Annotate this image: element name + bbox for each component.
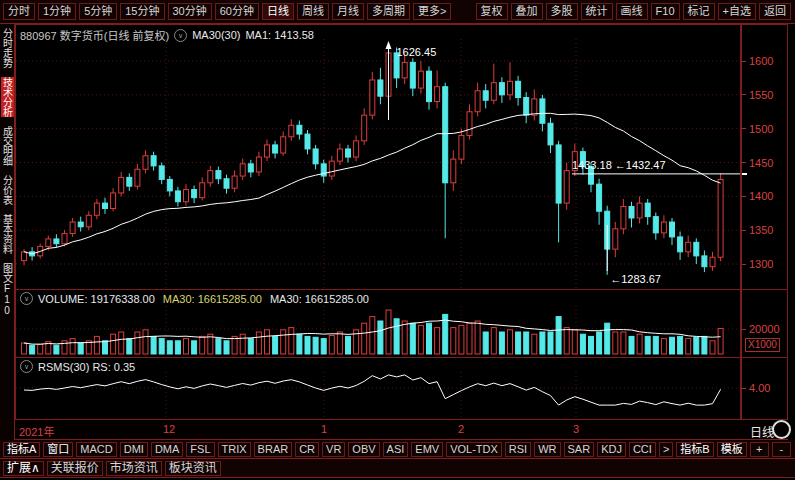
toolbar-item-4[interactable]: 30分钟 [168,3,212,20]
volume-bar [637,334,642,354]
price-axis-label: 1550 [749,89,773,101]
toolbar-action-3[interactable]: 统计 [581,3,613,20]
indicator-tab-obv[interactable]: OBV [348,442,379,457]
volume-unit-label: X1000 [745,338,780,352]
candle-body [645,203,650,217]
candle-body [151,156,156,166]
zoom-in-button[interactable]: + [750,442,769,457]
indicator-tab-cci[interactable]: CCI [629,442,656,457]
indicator-tabs-row: 指标A窗口MACDDMIDMAFSLTRIXBRARCRVROBVASIEMVV… [0,440,795,459]
indicator-tab-rsi[interactable]: RSI [505,442,531,457]
candle-body [378,80,383,96]
candle-body [329,161,334,176]
collapse-icon[interactable]: ∨ [20,360,33,373]
toolbar-item-5[interactable]: 60分钟 [215,3,259,20]
indicator-tab-emv[interactable]: EMV [411,442,443,457]
sidebar-item-intraday-trend[interactable]: 分时走势 [1,28,14,68]
toolbar-action-6[interactable]: 标记 [683,3,715,20]
indicator-group-1[interactable]: 窗口 [43,442,73,457]
indicator-tab--[interactable]: > [659,442,673,457]
toolbar-item-7[interactable]: 周线 [297,3,329,20]
indicator-tab-trix[interactable]: TRIX [218,442,251,457]
candle-body [200,183,205,198]
sidebar-item-f10[interactable]: 图文F10 [1,263,14,316]
volume-bar [127,339,132,354]
volume-bar [281,330,286,354]
toolbar-action-8[interactable]: 返回 [759,3,791,20]
indicator-tab-dmi[interactable]: DMI [120,442,148,457]
volume-bar [678,336,683,354]
indicator-tab-vol-tdx[interactable]: VOL-TDX [446,442,502,457]
toolbar-action-5[interactable]: F10 [651,3,680,20]
toolbar-item-8[interactable]: 月线 [332,3,364,20]
indicator-tab-vr[interactable]: VR [322,442,345,457]
indicator-group-right-0[interactable]: 指标B [676,442,713,457]
candlestick-pane[interactable]: 880967 数字货币(日线 前复权) ∨ MA30(30) MA1: 1413… [15,24,741,290]
candle-body [86,215,91,227]
zoom-out-button[interactable]: - [772,442,791,457]
sidebar-item-fundamentals[interactable]: 基本资料 [1,214,14,254]
rsms-axis-label: 4.00 [749,382,770,394]
toolbar-item-9[interactable]: 多周期 [367,3,410,20]
indicator-tab-dma[interactable]: DMA [151,442,183,457]
toolbar-item-1[interactable]: 1分钟 [38,3,76,20]
toolbar-action-4[interactable]: 画线 [616,3,648,20]
indicator-tab-wr[interactable]: WR [534,442,560,457]
collapse-icon[interactable]: ∨ [20,292,33,305]
volume-bar [483,332,488,354]
indicator-group-right-1[interactable]: 模板 [717,442,747,457]
toolbar-item-6[interactable]: 日线 [262,3,294,20]
price-axis-tick [742,94,746,95]
toolbar-item-3[interactable]: 15分钟 [120,3,164,20]
collapse-icon[interactable]: ∨ [174,29,187,42]
candle-body [175,191,180,202]
circle-indicator-icon[interactable] [772,420,791,439]
volume-bar [532,334,537,354]
time-axis-label-2: 1 [321,423,327,435]
bottom-bar-item-2[interactable]: 市场资讯 [106,461,162,476]
volume-bar [289,328,294,354]
volume-label-2: MA30: 16615285.00 [270,293,369,305]
candle-body [305,134,310,149]
indicator-tab-macd[interactable]: MACD [76,442,116,457]
last-price-tick [742,173,747,175]
sidebar-item-trade-details[interactable]: 成交明细 [1,126,14,166]
toolbar-action-0[interactable]: 复权 [476,3,508,20]
indicator-tab-cr[interactable]: CR [295,442,319,457]
candle-body [127,177,132,186]
volume-bar [135,332,140,354]
indicator-tab-brar[interactable]: BRAR [254,442,293,457]
sidebar-item-price-table[interactable]: 分价表 [1,175,14,205]
volume-bar [702,336,707,354]
rsms-pane-header: ∨ RSMS(30) RS: 0.35 [20,360,135,373]
candle-body [629,206,634,218]
candle-body [184,190,189,202]
toolbar-item-2[interactable]: 5分钟 [79,3,117,20]
toolbar-action-1[interactable]: 叠加 [511,3,543,20]
candle-body [718,179,723,257]
toolbar-item-10[interactable]: 更多> [413,3,451,20]
bottom-bar-item-3[interactable]: 板块资讯 [165,461,221,476]
toolbar-action-7[interactable]: +自选 [718,3,756,20]
toolbar-item-0[interactable]: 分时 [3,3,35,20]
indicator-tab-kdj[interactable]: KDJ [597,442,626,457]
indicator-tab-asi[interactable]: ASI [383,442,409,457]
indicator-group-0[interactable]: 指标A [3,442,40,457]
volume-bar [613,332,618,354]
price-axis-tick [742,230,746,231]
volume-bar [451,328,456,354]
bottom-bar-item-0[interactable]: 扩展∧ [3,461,44,476]
volume-bar [216,339,221,354]
candle-body [427,71,432,101]
toolbar-action-2[interactable]: 多股 [546,3,578,20]
time-axis: 日线 2021年12123 [15,420,788,440]
sidebar-item-technical-analysis[interactable]: 技术分析 [1,77,14,117]
volume-bar [94,336,99,354]
indicator-tab-fsl[interactable]: FSL [186,442,214,457]
level-annotation-text: 1433.18 ←1432.47 [572,159,666,171]
volume-pane[interactable]: ∨ VOLUME: 19176338.00MA30: 16615285.00MA… [15,290,741,358]
rsms-pane[interactable]: ∨ RSMS(30) RS: 0.35 [15,358,741,420]
bottom-bar-item-1[interactable]: 关联报价 [47,461,103,476]
indicator-tab-sar[interactable]: SAR [564,442,595,457]
volume-bar [564,328,569,354]
